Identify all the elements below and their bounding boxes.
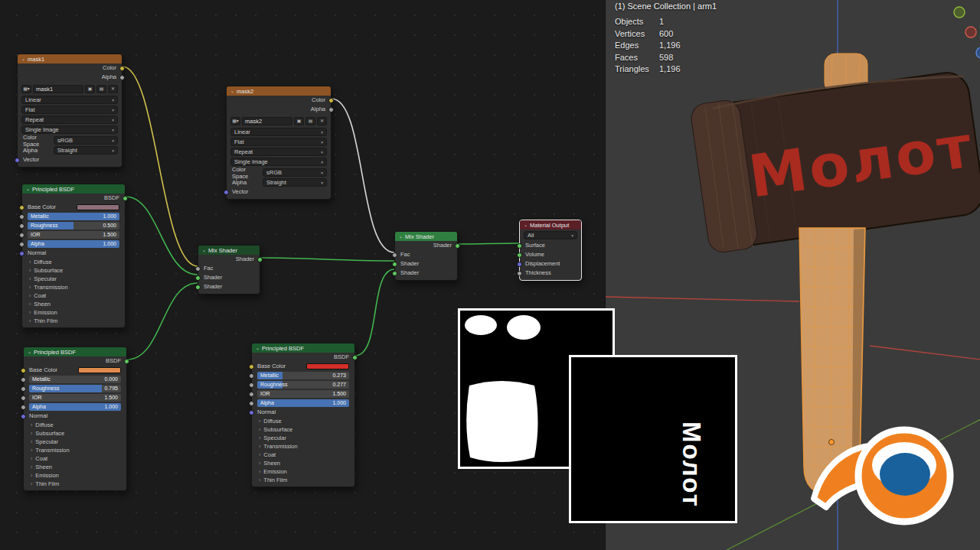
image-name-field[interactable]: mask2 bbox=[242, 117, 292, 125]
shader-input-socket[interactable] bbox=[392, 271, 397, 276]
collapse-icon[interactable]: ⌄ bbox=[202, 246, 206, 255]
roughness-slider[interactable]: Roughness 0.500 bbox=[28, 222, 119, 229]
gizmo-z-axis-ball[interactable] bbox=[976, 47, 980, 58]
alpha-slider[interactable]: Alpha 1.000 bbox=[257, 399, 349, 407]
section-coat[interactable]: ›Coat bbox=[252, 451, 354, 459]
duplicate-icon[interactable]: ▣ bbox=[294, 117, 304, 125]
vector-input-socket[interactable] bbox=[224, 190, 229, 195]
section-subsurface[interactable]: ›Subsurface bbox=[24, 429, 126, 438]
alpha-socket[interactable] bbox=[249, 401, 254, 406]
projection-select[interactable]: Flat▾ bbox=[21, 106, 118, 114]
section-coat[interactable]: ›Coat bbox=[24, 454, 126, 463]
alpha-mode-select[interactable]: Straight▾ bbox=[54, 146, 118, 155]
metallic-slider[interactable]: Metallic 0.000 bbox=[29, 376, 121, 383]
shader-input-socket[interactable] bbox=[195, 285, 201, 290]
source-select[interactable]: Single Image▾ bbox=[230, 158, 327, 166]
output-target-select[interactable]: All▾ bbox=[524, 231, 577, 239]
metallic-slider[interactable]: Metallic 1.000 bbox=[28, 213, 119, 220]
ior-slider[interactable]: IOR 1.500 bbox=[29, 394, 121, 402]
mix-shader-node-1[interactable]: ⌄ Mix Shader Shader Fac Shader Shader bbox=[198, 245, 260, 295]
section-transmission[interactable]: ›Transmission bbox=[252, 442, 354, 451]
vector-input-socket[interactable] bbox=[15, 158, 20, 163]
ior-socket[interactable] bbox=[19, 233, 24, 238]
bsdf-output-socket[interactable] bbox=[124, 359, 129, 364]
mix-shader-node-2[interactable]: ⌄ Mix Shader Shader Fac Shader Shader bbox=[394, 231, 458, 281]
section-emission[interactable]: ›Emission bbox=[24, 471, 126, 480]
section-specular[interactable]: ›Specular bbox=[22, 275, 125, 283]
section-transmission[interactable]: ›Transmission bbox=[24, 446, 126, 454]
section-subsurface[interactable]: ›Subsurface bbox=[252, 425, 354, 434]
alpha-slider[interactable]: Alpha 1.000 bbox=[29, 403, 121, 411]
node-header[interactable]: ⌄ Mix Shader bbox=[198, 246, 260, 255]
ior-slider[interactable]: IOR 1.500 bbox=[257, 390, 349, 398]
collapse-icon[interactable]: ⌄ bbox=[28, 347, 31, 356]
image-name-field[interactable]: mask1 bbox=[33, 85, 83, 93]
section-emission[interactable]: ›Emission bbox=[22, 308, 125, 317]
roughness-socket[interactable] bbox=[19, 223, 24, 229]
section-sheen[interactable]: ›Sheen bbox=[24, 463, 126, 471]
alpha-mode-select[interactable]: Straight▾ bbox=[263, 178, 327, 187]
base-color-swatch[interactable] bbox=[77, 204, 119, 210]
section-emission[interactable]: ›Emission bbox=[252, 467, 354, 476]
color-output-socket[interactable] bbox=[328, 98, 334, 103]
normal-input-socket[interactable] bbox=[19, 251, 24, 256]
alpha-output-socket[interactable] bbox=[119, 75, 125, 80]
folder-icon[interactable]: ▤ bbox=[96, 85, 106, 93]
bsdf-output-socket[interactable] bbox=[122, 196, 128, 201]
alpha-slider[interactable]: Alpha 1.000 bbox=[28, 240, 119, 248]
section-diffuse[interactable]: ›Diffuse bbox=[24, 421, 126, 429]
base-color-socket[interactable] bbox=[21, 368, 26, 373]
source-select[interactable]: Single Image▾ bbox=[21, 125, 118, 134]
duplicate-icon[interactable]: ▣ bbox=[85, 85, 95, 93]
color-space-select[interactable]: sRGB▾ bbox=[263, 168, 327, 177]
extension-select[interactable]: Repeat▾ bbox=[230, 148, 327, 156]
shader-output-socket[interactable] bbox=[455, 243, 460, 249]
section-coat[interactable]: ›Coat bbox=[22, 291, 125, 300]
image-texture-node-mask1[interactable]: ⌄ mask1 Color Alpha ▦▾ mask1 ▣ ▤ ✕ Linea… bbox=[17, 54, 122, 168]
metallic-slider[interactable]: Metallic 0.273 bbox=[257, 372, 349, 379]
gizmo-y-axis-ball[interactable] bbox=[954, 7, 965, 18]
node-header[interactable]: ⌄ Material Output bbox=[520, 220, 581, 229]
ior-socket[interactable] bbox=[21, 395, 26, 401]
thickness-input-socket[interactable] bbox=[517, 271, 522, 276]
image-texture-node-mask2[interactable]: ⌄ mask2 Color Alpha ▦▾ mask2 ▣ ▤ ✕ Linea… bbox=[226, 86, 332, 200]
shader-output-socket[interactable] bbox=[257, 257, 263, 262]
node-header[interactable]: ⌄ Principled BSDF bbox=[22, 184, 125, 194]
roughness-slider[interactable]: Roughness 0.795 bbox=[29, 385, 121, 392]
metallic-socket[interactable] bbox=[19, 214, 24, 220]
node-header[interactable]: ⌄ Mix Shader bbox=[395, 232, 457, 241]
alpha-output-socket[interactable] bbox=[328, 107, 334, 112]
interpolation-select[interactable]: Linear▾ bbox=[230, 128, 327, 136]
collapse-icon[interactable]: ⌄ bbox=[399, 232, 403, 241]
collapse-icon[interactable]: ⌄ bbox=[26, 184, 30, 194]
projection-select[interactable]: Flat▾ bbox=[230, 138, 327, 146]
alpha-socket[interactable] bbox=[19, 242, 24, 247]
base-color-socket[interactable] bbox=[19, 205, 24, 210]
node-header[interactable]: ⌄ Principled BSDF bbox=[252, 343, 354, 353]
node-header[interactable]: ⌄ mask1 bbox=[18, 54, 122, 63]
section-thin-film[interactable]: ›Thin Film bbox=[252, 476, 354, 484]
roughness-slider[interactable]: Roughness 0.277 bbox=[257, 381, 349, 389]
folder-icon[interactable]: ▤ bbox=[305, 117, 315, 125]
color-output-socket[interactable] bbox=[119, 66, 125, 71]
principled-bsdf-node-2[interactable]: ⌄ Principled BSDF BSDF Base Color Metall… bbox=[23, 347, 127, 491]
material-output-node[interactable]: ⌄ Material Output All▾ Surface Volume Di… bbox=[519, 220, 582, 281]
ior-socket[interactable] bbox=[249, 392, 254, 397]
volume-input-socket[interactable] bbox=[517, 252, 522, 258]
normal-input-socket[interactable] bbox=[21, 414, 26, 419]
alpha-socket[interactable] bbox=[21, 405, 26, 410]
section-thin-film[interactable]: ›Thin Film bbox=[22, 317, 125, 325]
interpolation-select[interactable]: Linear▾ bbox=[21, 96, 118, 104]
section-diffuse[interactable]: ›Diffuse bbox=[252, 417, 354, 425]
displacement-input-socket[interactable] bbox=[517, 262, 522, 267]
image-browse-icon[interactable]: ▦▾ bbox=[21, 85, 31, 93]
bsdf-output-socket[interactable] bbox=[352, 355, 358, 360]
node-header[interactable]: ⌄ mask2 bbox=[227, 86, 331, 96]
collapse-icon[interactable]: ⌄ bbox=[21, 54, 25, 63]
unlink-icon[interactable]: ✕ bbox=[108, 85, 118, 93]
roughness-socket[interactable] bbox=[21, 386, 26, 392]
principled-bsdf-node-3[interactable]: ⌄ Principled BSDF BSDF Base Color Metall… bbox=[251, 343, 355, 487]
metallic-socket[interactable] bbox=[21, 377, 26, 382]
metallic-socket[interactable] bbox=[249, 373, 254, 379]
gizmo-x-axis-ball[interactable] bbox=[965, 27, 976, 37]
